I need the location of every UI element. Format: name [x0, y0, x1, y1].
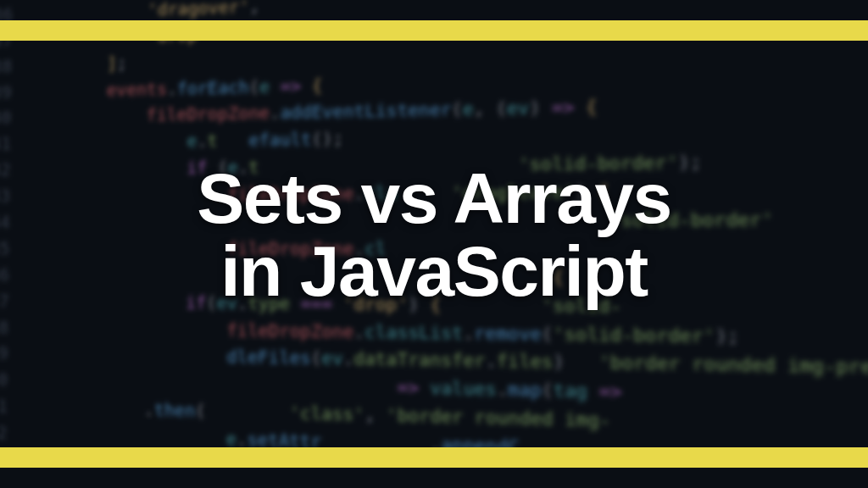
thumbnail-stage: 35 'dragleave',36 'dragover',37 'drop'38…	[0, 0, 868, 488]
line-number: 39	[0, 79, 28, 106]
code-content: ];	[28, 50, 127, 79]
accent-bar-bottom	[0, 447, 868, 468]
line-number: 38	[0, 53, 28, 80]
line-number: 40	[0, 105, 28, 132]
line-number: 48	[0, 314, 25, 341]
line-number: 51	[0, 393, 24, 420]
headline: Sets vs Arrays in JavaScript	[0, 163, 868, 308]
line-number: 49	[0, 341, 25, 368]
line-number: 41	[0, 130, 27, 157]
headline-line-2: in JavaScript	[0, 236, 868, 308]
line-number: 52	[0, 419, 24, 447]
line-number: 50	[0, 367, 25, 394]
accent-bar-top	[0, 20, 868, 41]
headline-line-1: Sets vs Arrays	[197, 158, 671, 238]
code-content: e.t efault();	[27, 125, 343, 157]
